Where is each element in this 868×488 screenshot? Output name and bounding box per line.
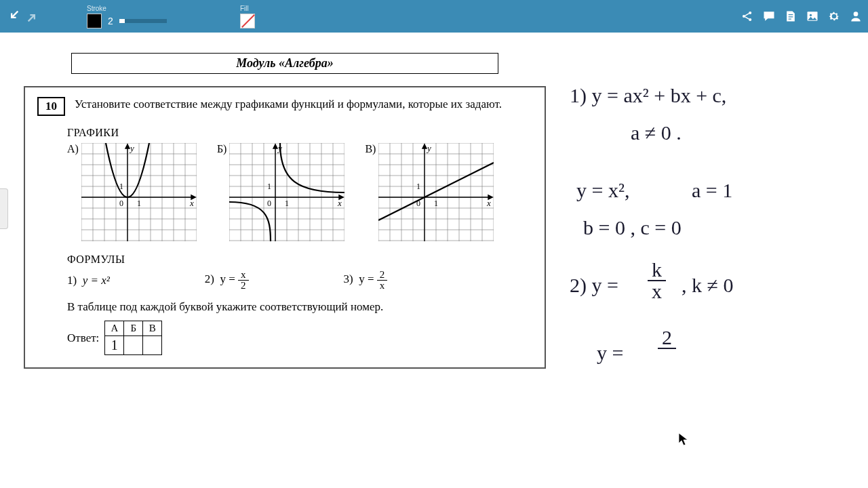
hint-text: В таблице под каждой буквой укажите соот… <box>67 300 532 314</box>
answer-row: Ответ: А Б В 1 <box>67 321 532 355</box>
problem-box: 10 Установите соответствие между графика… <box>24 86 546 369</box>
svg-text:y: y <box>426 143 431 153</box>
formulas-row: 1) y = x² 2) y = x2 3) y = 2x <box>67 270 532 291</box>
handwriting-area: 1) y = ax² + bx + c, a ≠ 0 . y = x², a =… <box>570 80 854 460</box>
hw-frac-x: x <box>648 281 666 302</box>
graph-b: Б) y <box>217 143 345 241</box>
hw-line-1: 1) y = ax² + bx + c, <box>570 80 726 110</box>
toolbar: Stroke 2 Fill <box>0 0 868 33</box>
graph-a-label: А) <box>67 143 79 241</box>
comment-icon[interactable] <box>762 9 776 23</box>
toolbar-right <box>741 9 863 23</box>
question-text: Установите соответствие между графиками … <box>75 97 502 113</box>
formula-2: 2) y = x2 <box>205 270 249 291</box>
svg-text:1: 1 <box>285 199 289 208</box>
answer-cell-c <box>143 336 162 355</box>
hw-line-6a: y = <box>597 338 623 368</box>
svg-text:1: 1 <box>137 199 141 208</box>
hw-line-5a: 2) y = <box>570 270 618 300</box>
answer-header-a: А <box>105 321 124 336</box>
svg-text:0: 0 <box>119 199 123 208</box>
graphs-row: А) y <box>67 143 532 241</box>
hw-line-4: b = 0 , c = 0 <box>583 212 682 243</box>
fill-color-swatch[interactable] <box>240 14 255 28</box>
arrow-out-icon[interactable] <box>26 9 41 24</box>
svg-text:1: 1 <box>416 182 420 191</box>
svg-text:x: x <box>337 198 342 208</box>
user-icon[interactable] <box>849 9 863 23</box>
gear-icon[interactable] <box>827 9 841 23</box>
svg-text:0: 0 <box>267 199 271 208</box>
fill-group: Fill <box>240 5 255 28</box>
graph-a: А) y <box>67 143 197 241</box>
svg-text:x: x <box>486 198 491 208</box>
toolbar-left: Stroke 2 Fill <box>5 5 255 28</box>
arrow-in-icon[interactable] <box>5 9 20 24</box>
graph-c: В) y <box>365 143 494 241</box>
svg-point-4 <box>810 14 812 16</box>
hw-frac-2: 2 <box>658 327 676 349</box>
svg-text:1: 1 <box>434 199 438 208</box>
graph-c-label: В) <box>365 143 376 241</box>
answer-label: Ответ: <box>67 331 99 345</box>
formula-3: 3) y = 2x <box>344 270 388 291</box>
svg-text:x: x <box>189 198 194 208</box>
hw-frac-k: k <box>648 260 666 281</box>
svg-text:y: y <box>129 143 134 153</box>
hw-line-2: a ≠ 0 . <box>631 117 682 148</box>
answer-cell-a: 1 <box>105 336 124 355</box>
formulas-heading: ФОРМУЛЫ <box>67 253 532 266</box>
answer-table: А Б В 1 <box>104 321 162 355</box>
answer-cell-b <box>124 336 143 355</box>
answer-header-c: В <box>143 321 162 336</box>
hw-line-5d: , k ≠ 0 <box>682 270 733 300</box>
svg-text:y: y <box>277 143 282 153</box>
share-icon[interactable] <box>741 9 754 23</box>
canvas[interactable]: Модуль «Алгебра» 10 Установите соответст… <box>0 33 868 488</box>
worksheet: Модуль «Алгебра» 10 Установите соответст… <box>24 53 546 369</box>
stroke-label: Stroke <box>87 5 167 12</box>
fill-label: Fill <box>240 5 255 12</box>
graph-b-label: Б) <box>217 143 227 241</box>
svg-text:1: 1 <box>119 182 123 191</box>
image-icon[interactable] <box>806 9 819 23</box>
stroke-group: Stroke 2 <box>87 5 167 28</box>
side-tab-handle[interactable] <box>0 188 8 229</box>
formula-1: 1) y = x² <box>67 274 110 287</box>
stroke-width-slider[interactable] <box>119 19 167 23</box>
graphs-heading: ГРАФИКИ <box>67 127 532 139</box>
document-icon[interactable] <box>784 9 797 23</box>
stroke-color-swatch[interactable] <box>87 14 102 28</box>
mouse-cursor-icon <box>678 432 689 449</box>
answer-header-b: Б <box>124 321 143 336</box>
hw-line-3b: a = 1 <box>692 175 732 205</box>
question-number: 10 <box>37 97 65 116</box>
svg-text:0: 0 <box>416 199 420 208</box>
hw-line-3a: y = x², <box>576 175 629 205</box>
stroke-width-value: 2 <box>106 16 115 26</box>
svg-point-5 <box>854 12 859 16</box>
module-title: Модуль «Алгебра» <box>71 53 498 74</box>
svg-text:1: 1 <box>267 182 271 191</box>
